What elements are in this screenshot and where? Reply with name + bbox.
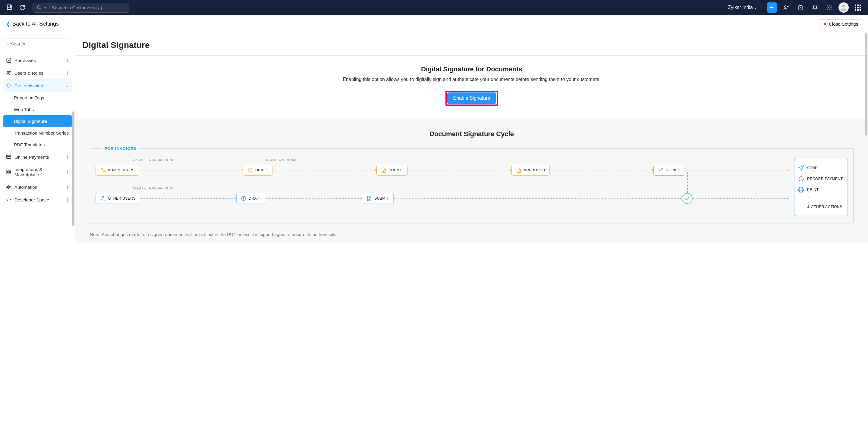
sidebar-item-label: Online Payments (14, 155, 49, 160)
divider (762, 4, 762, 11)
settings-sidebar: Purchases ❯ Users & Roles ❯ Customisatio… (0, 33, 75, 427)
scrollbar-thumb[interactable] (72, 111, 74, 226)
global-search[interactable]: ▼ (33, 3, 129, 13)
sidebar-subitem-reporting-tags[interactable]: Reporting Tags (3, 92, 72, 104)
svg-point-8 (9, 71, 10, 72)
enable-signature-button[interactable]: Enable Signature (447, 93, 496, 104)
flow-label-create: CREATE TRANSACTIONS (132, 187, 175, 190)
search-icon (36, 5, 41, 10)
flow-node-admin-users: ADMIN USERS (96, 165, 139, 175)
flow-node-signed: SIGNED (653, 165, 685, 175)
document-icon (241, 196, 246, 201)
back-to-settings-link[interactable]: ❮ Back to All Settings (6, 21, 59, 27)
hero-title: Digital Signature for Documents (83, 65, 861, 73)
top-navbar: ▼ Zylker India ⌄ (0, 0, 868, 15)
cycle-legend: FOR INVOICES (101, 146, 139, 151)
svg-point-14 (101, 168, 103, 170)
chevron-right-icon: ❯ (66, 155, 69, 159)
submit-icon (367, 196, 372, 201)
actions-box: SEND RECORD PAYMENT PRINT ... (794, 158, 848, 216)
send-icon (798, 165, 804, 171)
close-settings-label: Close Settings (829, 21, 858, 27)
card-icon (6, 154, 11, 160)
scrollbar-thumb[interactable] (865, 33, 867, 135)
action-print: PRINT (798, 184, 844, 195)
svg-rect-12 (7, 172, 8, 174)
flow-connector-vertical (687, 172, 688, 193)
search-input[interactable] (52, 5, 125, 10)
sidebar-item-integrations[interactable]: Integrations & Marketplace ❯ (3, 163, 72, 181)
automation-icon (6, 184, 11, 190)
flow-connector (139, 170, 243, 170)
sidebar-subitem-web-tabs[interactable]: Web Tabs (3, 104, 72, 115)
flow-label-pending: PENDING APPROVAL (261, 158, 297, 162)
flow-connector (273, 170, 376, 170)
flow-node-submit: SUBMIT (376, 165, 408, 175)
flow-row-admin: CREATE TRANSACTIONS PENDING APPROVAL ADM… (96, 158, 789, 175)
content-area: Digital Signature Digital Signature for … (75, 33, 868, 427)
action-other: & OTHER ACTIONS (798, 202, 844, 211)
sidebar-item-label: Customisation (14, 83, 43, 88)
quick-add-button[interactable] (767, 2, 777, 13)
svg-rect-11 (9, 170, 11, 171)
cycle-fieldset: FOR INVOICES CREATE TRANSACTIONS PENDING… (90, 146, 854, 224)
sidebar-search-input[interactable] (11, 41, 68, 46)
chevron-down-icon[interactable]: ▼ (44, 6, 47, 9)
org-name-label: Zylker India (728, 5, 753, 10)
user-star-icon (100, 167, 105, 173)
divider (49, 5, 50, 10)
apps-grid-icon[interactable] (852, 2, 863, 13)
sidebar-item-automation[interactable]: Automation ❯ (3, 181, 72, 193)
action-send: SEND (798, 163, 844, 173)
bag-icon (6, 58, 11, 63)
flow-node-other-users: OTHER USERS (96, 193, 140, 204)
refresh-icon[interactable] (19, 4, 25, 10)
users-icon[interactable] (781, 2, 792, 13)
user-icon (100, 196, 105, 201)
sidebar-item-online-payments[interactable]: Online Payments ❯ (3, 151, 72, 163)
chevron-right-icon: ❯ (66, 58, 69, 62)
document-icon (247, 167, 253, 173)
sidebar-subitem-transaction-number-series[interactable]: Transaction Number Series (3, 127, 72, 139)
chevron-right-icon: ❯ (66, 185, 69, 189)
org-selector[interactable]: Zylker India ⌄ (728, 5, 757, 10)
sidebar-item-developer-space[interactable]: Developer Space ❯ (3, 193, 72, 206)
code-icon (6, 197, 11, 202)
tasks-icon[interactable] (795, 2, 806, 13)
svg-rect-19 (800, 190, 803, 192)
flow-node-submit: SUBMIT (362, 193, 393, 204)
svg-point-0 (10, 6, 11, 7)
sidebar-item-purchases[interactable]: Purchases ❯ (3, 54, 72, 67)
sidebar-item-label: Integrations & Marketplace (14, 167, 63, 177)
sidebar-item-users-roles[interactable]: Users & Roles ❯ (3, 67, 72, 79)
cycle-title: Document Signature Cycle (90, 130, 854, 138)
svg-rect-10 (7, 170, 8, 171)
sidebar-subitem-digital-signature[interactable]: Digital Signature (3, 115, 72, 127)
flow-connector (685, 170, 789, 170)
app-logo[interactable] (5, 3, 13, 12)
close-settings-button[interactable]: ✕ Close Settings (819, 19, 862, 29)
svg-point-4 (829, 7, 830, 8)
flow-connector (394, 198, 682, 199)
flow-connector (550, 170, 653, 170)
signed-icon (658, 167, 663, 173)
chevron-right-icon: ❯ (66, 198, 69, 202)
customisation-icon (6, 83, 11, 88)
enable-button-highlight: Enable Signature (445, 91, 498, 106)
bell-icon[interactable] (809, 2, 820, 13)
integration-icon (6, 169, 11, 175)
gear-icon[interactable] (824, 2, 835, 13)
flow-connector (266, 198, 362, 199)
action-record-payment: RECORD PAYMENT (798, 173, 844, 184)
page-title: Digital Signature (75, 33, 868, 56)
money-icon (798, 176, 804, 182)
back-link-label: Back to All Settings (12, 21, 59, 27)
avatar[interactable] (838, 2, 849, 13)
flow-node-draft: DRAFT (236, 193, 266, 204)
hero-description: Enabling this option allows you to digit… (83, 77, 861, 82)
sidebar-item-customisation[interactable]: Customisation ⌄ (3, 79, 72, 92)
sidebar-search[interactable] (3, 38, 72, 49)
chevron-down-icon: ⌄ (66, 84, 69, 88)
flow-connector (408, 170, 512, 170)
sidebar-subitem-pdf-templates[interactable]: PDF Templates (3, 139, 72, 151)
